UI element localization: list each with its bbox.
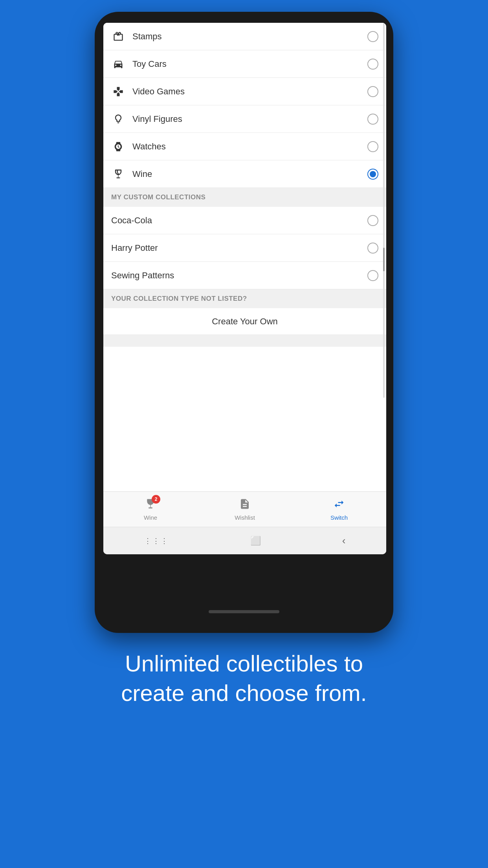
list-item-vinyl-figures[interactable]: Vinyl Figures: [103, 105, 386, 133]
list-item-toy-cars[interactable]: Toy Cars: [103, 50, 386, 78]
caption-text: Unlimited collectibles to create and cho…: [90, 649, 398, 708]
list-item-coca-cola[interactable]: Coca-Cola: [103, 207, 386, 234]
wine-radio[interactable]: [367, 169, 378, 180]
wine-icon: [111, 167, 125, 181]
sewing-patterns-label: Sewing Patterns: [111, 270, 367, 281]
toy-cars-radio[interactable]: [367, 59, 378, 70]
wine-label: Wine: [132, 169, 367, 179]
list-content: Stamps Toy Cars Video Games: [103, 23, 386, 491]
toy-cars-label: Toy Cars: [132, 59, 367, 69]
wine-nav-label: Wine: [144, 514, 157, 521]
sewing-patterns-radio[interactable]: [367, 270, 378, 281]
list-item-video-games[interactable]: Video Games: [103, 78, 386, 105]
bottom-spacer: [103, 335, 386, 347]
watches-label: Watches: [132, 142, 367, 152]
scrollbar-thumb[interactable]: [383, 248, 385, 271]
bottom-nav: 2 Wine Wishlist Switch: [103, 491, 386, 527]
wine-radio-inner: [370, 171, 376, 177]
caption-line2: create and choose from.: [121, 680, 367, 706]
vinyl-figures-label: Vinyl Figures: [132, 114, 367, 124]
watches-radio[interactable]: [367, 141, 378, 152]
list-item-wine[interactable]: Wine: [103, 160, 386, 188]
android-home-btn[interactable]: ⬜: [250, 536, 261, 546]
video-games-icon: [111, 85, 125, 99]
watches-icon: [111, 140, 125, 154]
android-menu-btn[interactable]: ⋮⋮⋮: [144, 537, 169, 545]
video-games-radio[interactable]: [367, 86, 378, 97]
create-own-button[interactable]: Create Your Own: [103, 308, 386, 335]
android-nav-bar: ⋮⋮⋮ ⬜ ‹: [103, 527, 386, 554]
switch-nav-label: Switch: [330, 514, 348, 521]
harry-potter-label: Harry Potter: [111, 243, 367, 253]
nav-item-switch[interactable]: Switch: [292, 492, 386, 527]
coca-cola-label: Coca-Cola: [111, 215, 367, 226]
stamps-label: Stamps: [132, 31, 367, 42]
nav-item-wine[interactable]: 2 Wine: [103, 492, 198, 527]
nav-item-wishlist[interactable]: Wishlist: [198, 492, 292, 527]
video-games-label: Video Games: [132, 86, 367, 97]
stamps-icon: [111, 29, 125, 44]
vinyl-figures-icon: [111, 112, 125, 126]
phone-container: Stamps Toy Cars Video Games: [95, 12, 393, 633]
phone-home-button: [209, 610, 279, 613]
not-listed-header: YOUR COLLECTION TYPE NOT LISTED?: [103, 289, 386, 308]
switch-nav-icon: [333, 498, 345, 513]
wishlist-nav-icon: [239, 498, 251, 513]
list-item-watches[interactable]: Watches: [103, 133, 386, 160]
harry-potter-radio[interactable]: [367, 243, 378, 254]
scrollbar[interactable]: [383, 23, 385, 398]
list-item-harry-potter[interactable]: Harry Potter: [103, 234, 386, 262]
caption-line1: Unlimited collectibles to: [125, 651, 363, 676]
list-item-stamps[interactable]: Stamps: [103, 23, 386, 50]
toy-cars-icon: [111, 57, 125, 71]
coca-cola-radio[interactable]: [367, 215, 378, 226]
list-item-sewing-patterns[interactable]: Sewing Patterns: [103, 262, 386, 289]
wine-badge: 2: [152, 495, 160, 504]
wine-nav-icon: 2: [145, 498, 156, 513]
android-back-btn[interactable]: ‹: [342, 535, 346, 547]
phone-screen: Stamps Toy Cars Video Games: [103, 23, 386, 554]
stamps-radio[interactable]: [367, 31, 378, 42]
create-own-label: Create Your Own: [212, 316, 278, 327]
vinyl-figures-radio[interactable]: [367, 114, 378, 125]
wishlist-nav-label: Wishlist: [235, 514, 255, 521]
custom-collections-header: MY CUSTOM COLLECTIONS: [103, 188, 386, 207]
